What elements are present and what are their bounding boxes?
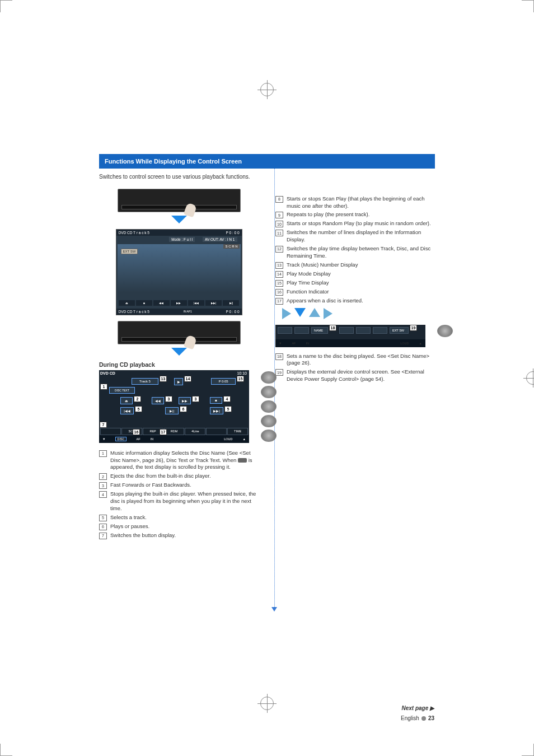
footer-lang: English xyxy=(401,715,419,721)
list-text: Starts or stops Random Play (to play mus… xyxy=(287,220,435,227)
bb-blank2 xyxy=(206,428,227,435)
cd-clock: 10:10 xyxy=(237,371,247,375)
list-item: 14Play Mode Display xyxy=(275,270,435,278)
bs-top-left: DVD CD T r a c k 5 xyxy=(119,231,149,235)
bs-button-row: ⏏ ■ ◀◀ ▶▶ |◀◀ ▶▶| ▶|| xyxy=(119,300,240,306)
list-item: 2Ejects the disc from the built-in disc … xyxy=(99,473,259,480)
list-item: 8Starts or stops Scan Play (that plays t… xyxy=(275,195,435,210)
thin-screenshot-mid xyxy=(118,321,241,344)
callout-7: 7 xyxy=(100,422,107,428)
dial-icon xyxy=(261,386,277,398)
disc-indicator: DISC xyxy=(115,437,126,441)
foot-in: IN xyxy=(151,437,154,441)
arrow-right-icon xyxy=(282,308,291,319)
strip-footer: ▼ AF IN LOUD ▲ xyxy=(275,339,425,347)
left-column: DVD CD T r a c k 5 P 0 : 0 0 Mode : F u … xyxy=(99,189,259,541)
list-item: 12Switches the play time display between… xyxy=(275,245,435,260)
list-text: Stops playing the built-in disc player. … xyxy=(110,491,259,512)
bs-extsw: EXT SW xyxy=(121,249,138,254)
list-text: Function Indicator xyxy=(287,288,435,296)
list-text: Displays the external device control scr… xyxy=(287,368,435,383)
arrow-right-icon xyxy=(324,308,332,319)
eject-icon: ⏏ xyxy=(119,300,135,306)
dial-icon xyxy=(261,430,277,442)
list-number: 17 xyxy=(275,298,283,305)
strip-blank xyxy=(294,327,309,334)
prev-icon: |◀◀ xyxy=(188,300,204,306)
extsw-button: EXT SW xyxy=(390,327,409,334)
callout-5: 5 xyxy=(135,406,142,412)
playpause-icon: ▶|| xyxy=(165,407,179,414)
disc-text: DISC TEXT xyxy=(109,387,135,394)
bs-scrn: S C R N xyxy=(223,244,239,249)
next-icon: ▶▶| xyxy=(205,300,222,306)
list-item: 3Fast Forwards or Fast Backwards. xyxy=(99,482,259,489)
list-item: 13Track (Music) Number Display xyxy=(275,262,435,269)
rewind-icon: ◀◀ xyxy=(152,397,164,404)
intro-text: Switches to control screen to use variou… xyxy=(99,173,435,181)
list-text: Fast Forwards or Fast Backwards. xyxy=(110,482,259,489)
callout-16: 16 xyxy=(133,429,140,435)
list-number: 14 xyxy=(275,271,283,278)
foot-loud: LOUD xyxy=(224,437,232,441)
ffwd-icon: ▶▶ xyxy=(171,300,187,306)
list-item: 1Music information display Selects the D… xyxy=(99,450,259,471)
bs-bot-tiny: IN AF1 xyxy=(184,310,192,314)
callout-15: 15 xyxy=(237,376,244,382)
rdm-button: RDM xyxy=(164,428,185,435)
callout-14: 14 xyxy=(184,376,191,382)
strip-blank xyxy=(278,327,292,334)
stop-icon: ■ xyxy=(210,397,222,404)
strip-blank xyxy=(356,327,371,334)
list-item: 15Play Time Display xyxy=(275,279,435,287)
bottom-button-bar: 7 SCN REP RDM 4Line TIME xyxy=(100,428,248,435)
right-numbered-list-a: 8Starts or stops Scan Play (that plays t… xyxy=(275,195,435,305)
list-number: 7 xyxy=(99,533,107,539)
list-number: 12 xyxy=(275,246,283,253)
dial-icon xyxy=(261,400,277,413)
callout-18: 18 xyxy=(329,325,336,331)
list-number: 8 xyxy=(275,196,283,203)
list-number: 13 xyxy=(275,262,283,269)
time-box: P 0:05 xyxy=(211,378,236,385)
dial-icon xyxy=(261,415,277,427)
list-text: Switches the button display. xyxy=(110,532,259,539)
callout-5b: 5 xyxy=(224,406,232,412)
list-item: 5Selects a track. xyxy=(99,514,259,521)
foot-in: IN xyxy=(306,342,309,345)
list-item: 18Sets a name to the disc being played. … xyxy=(275,353,435,367)
callout-3b: 3 xyxy=(192,396,199,402)
page-content: Functions While Displaying the Control S… xyxy=(99,154,435,541)
list-text: Play Mode Display xyxy=(287,270,435,278)
cd-playback-screen: DVD CD 10:10 Track 5 13 ▶ 14 P 0:05 15 1… xyxy=(99,370,249,443)
list-text: Selects a track. xyxy=(110,514,259,521)
strip-blank xyxy=(373,327,387,334)
list-text: Ejects the disc from the built-in disc p… xyxy=(110,473,259,480)
callout-19: 19 xyxy=(410,325,417,331)
list-number: 16 xyxy=(275,289,283,296)
next-icon: ▶▶| xyxy=(210,407,223,414)
eject-icon: ⏏ xyxy=(120,397,133,404)
foot-af: AF xyxy=(292,342,296,345)
dot-icon xyxy=(421,716,426,721)
list-item: 16Function Indicator xyxy=(275,288,435,296)
registration-mark xyxy=(260,697,274,710)
list-text: Appears when a disc is inserted. xyxy=(287,297,435,305)
list-item: 10Starts or stops Random Play (to play m… xyxy=(275,220,435,227)
callout-3: 3 xyxy=(165,396,172,402)
list-number: 15 xyxy=(275,280,283,287)
side-dial-icons xyxy=(437,325,454,337)
next-page: Next page ▶ xyxy=(401,705,434,711)
list-number: 11 xyxy=(275,230,283,236)
cd-subhead: During CD playback xyxy=(99,361,259,368)
list-number: 3 xyxy=(99,482,107,489)
bs-bot-right: P 0 : 0 0 xyxy=(226,310,239,314)
list-item: 11Switches the number of lines displayed… xyxy=(275,229,435,244)
list-text: Music information display Selects the Di… xyxy=(110,450,259,471)
play-icon: ▶ xyxy=(174,378,183,385)
list-number: 4 xyxy=(99,491,107,498)
right-numbered-list-b: 18Sets a name to the disc being played. … xyxy=(275,353,435,383)
arrow-up-icon xyxy=(309,308,320,317)
list-text: Starts or stops Scan Play (that plays th… xyxy=(287,195,435,210)
list-text: Track (Music) Number Display xyxy=(287,262,435,269)
